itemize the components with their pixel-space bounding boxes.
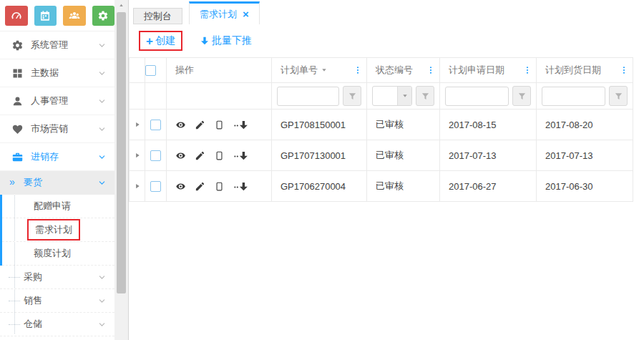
tree-connector	[9, 324, 20, 325]
header-apply-date[interactable]: 计划申请日期	[440, 58, 537, 83]
close-icon[interactable]: ×	[243, 9, 249, 19]
expand-cell	[130, 110, 145, 140]
batch-pushdown-button[interactable]: 批量下推	[200, 34, 252, 47]
mobile-card-icon[interactable]	[214, 120, 225, 130]
checkbox-cell	[145, 140, 167, 171]
sidebar-item-label: 要货	[24, 176, 98, 189]
table-row: GP1707130001 已审核 2017-07-13 2017-07-13	[130, 140, 633, 171]
sidebar-item-warehouse[interactable]: 仓储	[0, 313, 114, 336]
sidebar-scrollbar[interactable]	[114, 0, 129, 340]
filter-status-button[interactable]	[416, 86, 434, 106]
gears-icon	[11, 39, 24, 52]
quick-settings-button[interactable]	[92, 6, 115, 26]
plus-icon: +	[146, 35, 153, 47]
filter-empty-cell	[145, 83, 167, 110]
select-all-checkbox[interactable]	[145, 65, 156, 76]
grid-icon	[11, 67, 24, 79]
main-content: 控制台 需求计划 × +创建 批量下推 操作	[129, 0, 644, 340]
mobile-card-icon[interactable]	[214, 150, 225, 161]
quick-calendar-button[interactable]	[34, 6, 57, 26]
header-status[interactable]: 状态编号	[367, 58, 440, 83]
sidebar-item-sales[interactable]: 销售	[0, 289, 114, 313]
sidebar-item-master-data[interactable]: 主数据	[0, 59, 114, 87]
header-expand	[130, 58, 145, 83]
tab-demand-plan[interactable]: 需求计划 ×	[189, 1, 260, 24]
apply-date-cell: 2017-07-13	[440, 140, 537, 171]
chevron-down-icon	[98, 97, 106, 105]
expand-row-icon[interactable]	[134, 183, 141, 190]
sidebar-item-inventory[interactable]: 进销存	[0, 143, 114, 171]
sidebar-item-label: 人事管理	[31, 94, 98, 107]
checkbox-cell	[145, 171, 167, 202]
filter-plan-no-input[interactable]	[277, 87, 339, 106]
status-badge: 已审核	[367, 110, 440, 140]
quick-dashboard-button[interactable]	[5, 6, 28, 26]
chevron-down-icon	[98, 125, 106, 133]
filter-empty-cell	[130, 83, 145, 110]
expand-row-icon[interactable]	[134, 152, 141, 159]
header-label: 计划申请日期	[449, 64, 504, 77]
scrollbar-up-arrow[interactable]	[114, 0, 128, 10]
row-checkbox[interactable]	[150, 150, 161, 161]
chevron-down-icon	[98, 69, 106, 77]
arrive-date-cell: 2017-07-13	[537, 140, 633, 171]
sidebar-item-quota-plan[interactable]: 额度计划	[2, 242, 114, 266]
mobile-card-icon[interactable]	[214, 181, 225, 192]
status-badge: 已审核	[367, 171, 440, 202]
header-arrive-date[interactable]: 计划到货日期	[537, 58, 633, 83]
row-checkbox[interactable]	[150, 120, 161, 130]
sidebar-item-request-goods[interactable]: » 要货	[0, 171, 114, 195]
demand-plan-table: 操作 计划单号 状态编号	[129, 57, 633, 202]
sidebar-item-hr-mgmt[interactable]: 人事管理	[0, 87, 114, 115]
gears-icon	[97, 10, 109, 21]
user-icon	[11, 95, 24, 107]
header-plan-no[interactable]: 计划单号	[272, 58, 367, 83]
create-button[interactable]: +创建	[139, 31, 182, 51]
filter-arrive-date-button[interactable]	[609, 86, 628, 106]
filter-arrive-date-cell	[537, 83, 633, 110]
edit-icon[interactable]	[195, 181, 205, 192]
sidebar-item-marketing[interactable]: 市场营销	[0, 115, 114, 143]
filter-status-select[interactable]	[372, 86, 412, 106]
inventory-submenu: » 要货 配赠申请 需求计划 额度计划 采购	[0, 171, 114, 336]
speedometer-icon	[11, 10, 22, 21]
column-menu-icon[interactable]	[523, 66, 532, 74]
pushdown-icon[interactable]	[233, 181, 248, 192]
filter-arrive-date-input[interactable]	[542, 87, 605, 106]
sidebar-item-demand-plan[interactable]: 需求计划	[2, 218, 114, 242]
edit-icon[interactable]	[195, 120, 205, 130]
tab-console[interactable]: 控制台	[133, 8, 182, 24]
filter-apply-date-button[interactable]	[512, 86, 531, 106]
sidebar-item-gift-apply[interactable]: 配赠申请	[2, 195, 114, 218]
view-icon[interactable]	[175, 150, 186, 161]
view-icon[interactable]	[175, 120, 186, 130]
view-icon[interactable]	[175, 181, 186, 192]
tree-connector	[9, 277, 20, 278]
double-arrow-icon: »	[9, 177, 15, 187]
chevron-down-icon	[98, 273, 106, 281]
sidebar-item-purchase[interactable]: 采购	[0, 266, 114, 289]
toolbar: +创建 批量下推	[129, 24, 644, 57]
scrollbar-thumb[interactable]	[117, 12, 126, 293]
pushdown-icon[interactable]	[233, 150, 248, 161]
column-menu-icon[interactable]	[426, 66, 435, 74]
quick-users-button[interactable]	[63, 6, 86, 26]
expand-row-icon[interactable]	[134, 121, 141, 128]
batch-pushdown-label: 批量下推	[212, 34, 252, 47]
column-menu-icon[interactable]	[620, 66, 628, 74]
sidebar-item-system-mgmt[interactable]: 系统管理	[0, 31, 114, 59]
row-checkbox[interactable]	[150, 181, 161, 192]
tab-label: 需求计划	[200, 8, 237, 21]
sidebar-item-label: 需求计划	[35, 224, 72, 235]
edit-icon[interactable]	[195, 150, 205, 161]
chevron-down-icon	[98, 321, 106, 329]
column-menu-icon[interactable]	[353, 66, 362, 74]
filter-apply-date-input[interactable]	[445, 87, 509, 106]
table-row: GP1706270004 已审核 2017-06-27 2017-06-30	[130, 171, 633, 202]
sidebar-item-label: 市场营销	[31, 122, 98, 135]
header-action: 操作	[167, 58, 272, 83]
pushdown-icon[interactable]	[233, 120, 248, 130]
chevron-down-icon	[98, 153, 106, 161]
filter-plan-no-button[interactable]	[343, 86, 361, 106]
status-badge: 已审核	[367, 140, 440, 171]
